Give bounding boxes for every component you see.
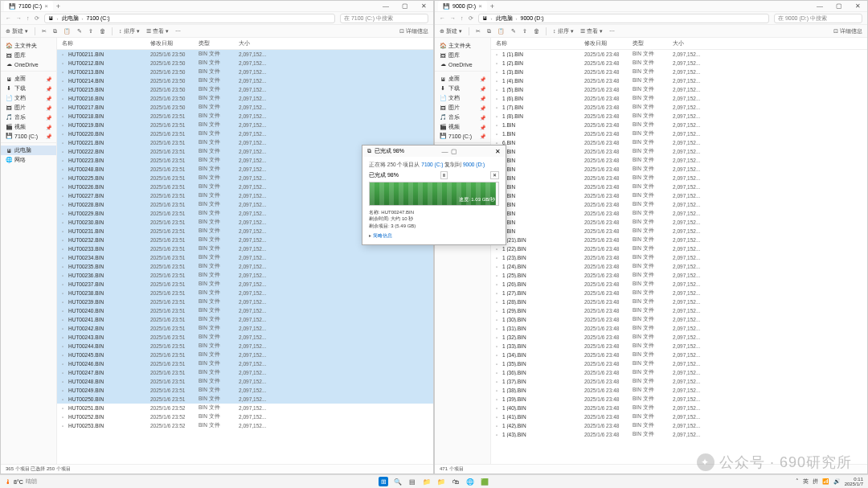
col-date[interactable]: 修改日期 [584,39,633,47]
file-row[interactable]: ▫1 (42).BIN2025/1/6 23:48BIN 文件2,097,152… [491,421,867,430]
sidebar-item-onedrive[interactable]: ☁OneDrive [435,60,490,68]
file-row[interactable]: ▫1 (43).BIN2025/1/6 23:48BIN 文件2,097,152… [491,430,867,439]
file-row[interactable]: ▫HUT00249.BIN2025/1/6 23:51BIN 文件2,097,1… [57,386,433,395]
file-row[interactable]: ▫6.BIN2025/1/6 23:48BIN 文件2,097,152... [491,174,867,182]
sidebar-item-network[interactable]: 🌐网络 [1,155,56,165]
details-button[interactable]: ⊡ 详细信息 [833,27,862,35]
file-row[interactable]: ▫1 (28).BIN2025/1/6 23:48BIN 文件2,097,152… [491,297,867,306]
back-icon[interactable]: ← [6,15,11,22]
file-row[interactable]: ▫HUT00245.BIN2025/1/6 23:51BIN 文件2,097,1… [57,351,433,359]
cut-icon[interactable]: ✂ [476,28,481,35]
weather-widget[interactable]: 🌡 8°C 晴朗 [0,478,42,486]
delete-icon[interactable]: 🗑 [534,28,539,34]
file-list[interactable]: ▫HUT00211.BIN2025/1/6 23:50BIN 文件2,097,1… [57,50,433,464]
sidebar-item-documents[interactable]: 📄文档📌 [435,93,490,103]
src-link[interactable]: 7100 (C:) [421,162,443,167]
file-row[interactable]: ▫HUT00237.BIN2025/1/6 23:51BIN 文件2,097,1… [57,280,433,289]
file-row[interactable]: ▫HUT00213.BIN2025/1/6 23:50BIN 文件2,097,1… [57,68,433,76]
col-type[interactable]: 类型 [199,39,239,47]
more-details-toggle[interactable]: 简略信息 [369,232,499,240]
delete-icon[interactable]: 🗑 [100,28,105,34]
sidebar-item-pictures[interactable]: 🖼图片📌 [1,103,56,113]
file-row[interactable]: ▫HUT00246.BIN2025/1/6 23:51BIN 文件2,097,1… [57,359,433,368]
file-row[interactable]: ▫1 (29).BIN2025/1/6 23:48BIN 文件2,097,152… [491,306,867,315]
pause-button[interactable]: Ⅱ [440,171,448,179]
tab[interactable]: 💾 7100 (C:) × [4,1,53,11]
file-row[interactable]: ▫HUT00238.BIN2025/1/6 23:51BIN 文件2,097,1… [57,289,433,297]
sort-button[interactable]: ↕ 排序 ▾ [553,27,574,35]
cancel-button[interactable]: ✕ [490,171,499,179]
view-button[interactable]: ☰ 查看 ▾ [580,27,603,35]
sidebar-item-gallery[interactable]: 🖼图库 [1,51,56,60]
start-icon[interactable]: ⊞ [379,477,388,486]
rename-icon[interactable]: ✎ [511,28,516,35]
tab-close-icon[interactable]: × [478,2,482,10]
sidebar-item-onedrive[interactable]: ☁OneDrive [1,60,56,68]
maximize-icon[interactable]: ▢ [833,2,845,10]
rename-icon[interactable]: ✎ [77,28,82,35]
search-icon[interactable]: 🔍 [393,477,403,486]
dst-link[interactable]: 9000 (D:) [463,162,485,167]
file-row[interactable]: ▫HUT00250.BIN2025/1/6 23:51BIN 文件2,097,1… [57,395,433,404]
ime-label[interactable]: 拼 [813,478,818,486]
sidebar-item-this-pc[interactable]: 🖥此电脑 [1,146,56,155]
sort-button[interactable]: ↕ 排序 ▾ [119,27,140,35]
file-row[interactable]: ▫1 (1).BIN2025/1/6 23:48BIN 文件2,097,152.… [491,50,867,59]
forward-icon[interactable]: → [16,15,22,22]
paste-icon[interactable]: 📋 [497,28,505,35]
titlebar[interactable]: 💾 7100 (C:) × + — ▢ ✕ [1,1,433,12]
sidebar-item-drive-c[interactable]: 💾7100 (C:)📌 [1,132,56,140]
file-row[interactable]: ▫1 (41).BIN2025/1/6 23:48BIN 文件2,097,152… [491,412,867,421]
file-row[interactable]: ▫1 (8).BIN2025/1/6 23:48BIN 文件2,097,152.… [491,112,867,121]
maximize-icon[interactable]: ▢ [451,148,457,155]
close-icon[interactable]: ✕ [852,2,864,10]
file-row[interactable]: ▫HUT00219.BIN2025/1/6 23:51BIN 文件2,097,1… [57,121,433,129]
file-row[interactable]: ▫1 (39).BIN2025/1/6 23:48BIN 文件2,097,152… [491,395,867,404]
tab-close-icon[interactable]: × [44,2,48,10]
file-row[interactable]: ▫1 (3).BIN2025/1/6 23:48BIN 文件2,097,152.… [491,68,867,76]
clock[interactable]: 0:11 2025/1/7 [845,477,863,486]
col-size[interactable]: 大小 [239,39,287,47]
view-button[interactable]: ☰ 查看 ▾ [146,27,169,35]
file-row[interactable]: ▫HUT00243.BIN2025/1/6 23:51BIN 文件2,097,1… [57,333,433,342]
minimize-icon[interactable]: — [441,148,448,155]
tab[interactable]: 💾 9000 (D:) × [438,1,487,11]
new-tab-button[interactable]: + [490,2,494,10]
sidebar-item-downloads[interactable]: ⬇下载📌 [435,84,490,93]
minimize-icon[interactable]: — [813,2,826,10]
file-row[interactable]: ▫HUT00214.BIN2025/1/6 23:50BIN 文件2,097,1… [57,76,433,85]
up-icon[interactable]: ↑ [27,15,30,22]
file-row[interactable]: ▫1 (25).BIN2025/1/6 23:48BIN 文件2,097,152… [491,271,867,280]
sidebar-item-desktop[interactable]: 🖥桌面📌 [435,74,490,84]
file-row[interactable]: ▫1.BIN2025/1/6 23:48BIN 文件2,097,152... [491,121,867,129]
file-list[interactable]: ▫1 (1).BIN2025/1/6 23:48BIN 文件2,097,152.… [491,50,867,464]
wifi-icon[interactable]: 📶 [822,478,829,485]
sidebar-item-drive-c[interactable]: 💾7100 (C:)📌 [435,132,490,140]
file-row[interactable]: ▫1 (35).BIN2025/1/6 23:48BIN 文件2,097,152… [491,359,867,368]
breadcrumb-root[interactable]: 此电脑 [496,14,513,23]
back-icon[interactable]: ← [440,15,445,22]
more-icon[interactable]: ⋯ [609,28,615,35]
close-icon[interactable]: ✕ [495,148,501,155]
file-row[interactable]: ▫1 (21).BIN2025/1/6 23:48BIN 文件2,097,152… [491,236,867,244]
sidebar-item-music[interactable]: 🎵音乐📌 [435,113,490,122]
file-row[interactable]: ▫1 (4).BIN2025/1/6 23:48BIN 文件2,097,152.… [491,76,867,85]
file-row[interactable]: ▫1 (40).BIN2025/1/6 23:48BIN 文件2,097,152… [491,404,867,412]
refresh-icon[interactable]: ⟳ [35,15,39,22]
file-row[interactable]: ▫HUT00215.BIN2025/1/6 23:50BIN 文件2,097,1… [57,85,433,94]
breadcrumb[interactable]: 🖥 › 此电脑 › 7100 (C:) [44,14,336,23]
new-tab-button[interactable]: + [56,2,60,10]
breadcrumb-root[interactable]: 此电脑 [62,14,79,23]
maximize-icon[interactable]: ▢ [399,2,411,10]
file-row[interactable]: ▫1 (5).BIN2025/1/6 23:48BIN 文件2,097,152.… [491,85,867,94]
new-button[interactable]: ⊕ 新建 ▾ [6,27,28,35]
sidebar-item-desktop[interactable]: 🖥桌面📌 [1,74,56,84]
copy-progress-dialog[interactable]: ⧉ 已完成 98% — ▢ ✕ 正在将 250 个项目从 7100 (C:) 复… [362,145,506,245]
file-row[interactable]: ▫1 (32).BIN2025/1/6 23:48BIN 文件2,097,152… [491,333,867,342]
details-button[interactable]: ⊡ 详细信息 [399,27,428,35]
file-row[interactable]: ▫6.BIN2025/1/6 23:48BIN 文件2,097,152... [491,156,867,165]
search-input[interactable]: 在 9000 (D:) 中搜索 [774,14,862,23]
file-row[interactable]: ▫HUT00242.BIN2025/1/6 23:51BIN 文件2,097,1… [57,324,433,333]
breadcrumb-folder[interactable]: 9000 (D:) [521,15,544,21]
share-icon[interactable]: ⇪ [88,28,93,35]
